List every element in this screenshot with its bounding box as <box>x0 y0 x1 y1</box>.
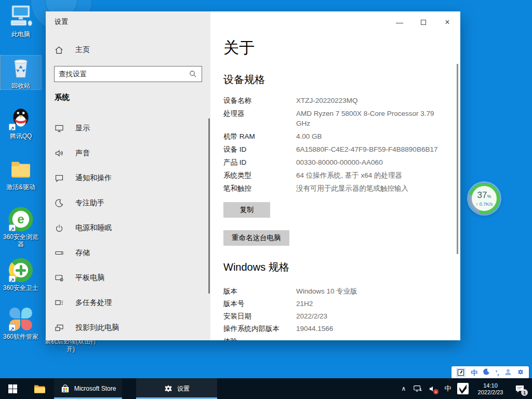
spec-value: 64 位操作系统, 基于 x64 的处理器 <box>296 170 446 180</box>
maximize-button[interactable] <box>416 16 431 29</box>
desktop-icon-360-manager[interactable]: 360软件管家 <box>1 307 41 340</box>
tray-ime-app[interactable] <box>456 378 470 399</box>
spec-label: 机带 RAM <box>223 131 296 141</box>
tablet-icon <box>55 273 64 283</box>
taskbar-store-label: Microsoft Store <box>74 385 116 392</box>
copy-button[interactable]: 复制 <box>223 202 270 218</box>
desktop-icon-label: 360安全浏览器 <box>1 233 41 248</box>
speed-ball-face: 37% ↑ 0.7K/s <box>472 186 497 211</box>
taskbar-microsoft-store[interactable]: Microsoft Store <box>54 378 122 399</box>
desktop-icon-label: 360安全卫士 <box>3 284 38 291</box>
ime-toolbar: 中 ’, <box>451 366 529 379</box>
memory-percent: 37% <box>477 191 491 201</box>
desktop-icon-this-pc[interactable]: 此电脑 <box>1 4 41 38</box>
tray-ime-indicator[interactable]: 中 <box>441 378 455 399</box>
maximize-icon <box>421 20 426 25</box>
desktop-icon-recycle-bin[interactable]: 回收站 <box>1 56 41 89</box>
sidebar-item-display[interactable]: 显示 <box>46 116 210 141</box>
rename-pc-button[interactable]: 重命名这台电脑 <box>223 230 289 246</box>
spec-value: 6A15880F-C4E2-47F9-BF59-F4B8890B6B17 <box>296 144 446 154</box>
sidebar-item-focus-assist[interactable]: 专注助手 <box>46 191 210 216</box>
recycle-bin-icon <box>8 56 33 81</box>
taskbar-clock[interactable]: 14:10 2022/2/23 <box>471 382 510 396</box>
sidebar-scrollbar[interactable] <box>208 118 210 294</box>
spec-value: 21H2 <box>296 299 446 309</box>
taskbar-settings[interactable]: 设置 <box>136 378 217 399</box>
search-input[interactable] <box>55 66 189 82</box>
ime-app-icon <box>457 383 469 394</box>
sidebar-item-notifications[interactable]: 通知和操作 <box>46 166 210 191</box>
sidebar-item-tablet[interactable]: 平板电脑 <box>46 265 210 290</box>
sidebar-item-sound[interactable]: 声音 <box>46 141 210 166</box>
this-pc-icon <box>8 4 33 29</box>
chevron-up-icon: ∧ <box>402 385 406 392</box>
desktop-icon-360-browser[interactable]: e 360安全浏览器 <box>1 207 41 248</box>
desktop-icon-drivers-folder[interactable]: 激活&驱动 <box>1 157 41 191</box>
ime-punctuation-toggle[interactable]: ’, <box>495 369 499 376</box>
shortcut-arrow-icon <box>9 124 16 130</box>
ime-indicator-label: 中 <box>445 384 451 393</box>
windows-spec-grid: 版本Windows 10 专业版 版本号21H2 安装日期2022/2/23 操… <box>223 286 446 340</box>
power-icon <box>55 223 64 233</box>
spec-label: 操作系统内部版本 <box>223 324 296 334</box>
tray-overflow-chevron[interactable]: ∧ <box>398 378 409 399</box>
sidebar-item-label: 存储 <box>75 248 90 258</box>
windows-logo-icon <box>8 384 17 393</box>
sidebar-item-project[interactable]: 投影到此电脑 <box>46 315 210 340</box>
device-spec-heading: 设备规格 <box>223 73 265 87</box>
sidebar-item-label: 平板电脑 <box>75 273 104 283</box>
sidebar-item-label: 声音 <box>75 149 90 158</box>
spec-value: 2022/2/23 <box>296 311 446 321</box>
ime-settings-gear-icon[interactable] <box>517 368 524 377</box>
sidebar-item-label: 电源和睡眠 <box>75 223 112 233</box>
content-scrollbar[interactable] <box>457 64 458 254</box>
ime-fullwidth-moon-icon[interactable] <box>483 368 490 377</box>
spec-label: 笔和触控 <box>223 183 296 193</box>
sound-icon <box>55 149 64 158</box>
search-icon[interactable] <box>189 70 197 78</box>
spec-label: 版本 <box>223 286 296 296</box>
sidebar-item-multitasking[interactable]: 多任务处理 <box>46 290 210 315</box>
close-button[interactable]: × <box>440 16 455 29</box>
mute-x-badge: × <box>433 389 438 394</box>
sidebar-item-power-sleep[interactable]: 电源和睡眠 <box>46 216 210 241</box>
qq-icon <box>8 106 33 131</box>
tray-volume-muted[interactable]: × <box>426 378 440 399</box>
display-icon <box>55 124 64 133</box>
spec-value <box>296 336 446 340</box>
360-browser-icon: e <box>8 207 33 232</box>
home-label: 主页 <box>75 45 90 55</box>
ime-user-icon[interactable] <box>504 368 512 377</box>
tray-network[interactable] <box>411 378 424 399</box>
desktop-icon-label: 激活&驱动 <box>6 183 35 191</box>
360-speed-ball[interactable]: 37% ↑ 0.7K/s <box>469 183 500 214</box>
360-software-manager-icon <box>8 307 33 331</box>
minimize-button[interactable]: — <box>392 16 407 29</box>
sidebar-item-label: 专注助手 <box>75 198 104 208</box>
sidebar-item-home[interactable]: 主页 <box>55 44 90 56</box>
sidebar-item-label: 显示 <box>75 124 90 133</box>
microsoft-store-icon <box>60 384 70 394</box>
sidebar-item-storage[interactable]: 存储 <box>46 241 210 265</box>
spec-label: 设备 ID <box>223 144 296 154</box>
start-button[interactable] <box>0 378 25 399</box>
file-explorer-button[interactable] <box>27 378 52 399</box>
svg-text:e: e <box>17 212 24 226</box>
ime-mode-toggle[interactable]: 中 <box>471 369 477 376</box>
360-safeguard-icon <box>8 258 33 283</box>
shortcut-arrow-icon <box>9 275 16 282</box>
shortcut-arrow-icon <box>9 224 16 231</box>
home-icon <box>55 46 63 55</box>
settings-window: 设置 主页 系统 显示 <box>46 11 460 340</box>
desktop-icon-label: 腾讯QQ <box>10 132 32 140</box>
page-title: 关于 <box>223 37 255 59</box>
desktop-icon-360-safeguard[interactable]: 360安全卫士 <box>1 258 41 291</box>
action-center-button[interactable]: 1 <box>511 378 528 399</box>
ime-logo-icon[interactable] <box>456 368 466 377</box>
project-to-pc-icon <box>55 323 64 332</box>
desktop-icon-qq[interactable]: 腾讯QQ <box>1 106 41 140</box>
spec-label: 体验 <box>223 336 296 340</box>
upload-speed: ↑ 0.7K/s <box>476 202 493 207</box>
shortcut-arrow-icon <box>9 324 16 331</box>
spec-value: 19044.1566 <box>296 324 446 334</box>
